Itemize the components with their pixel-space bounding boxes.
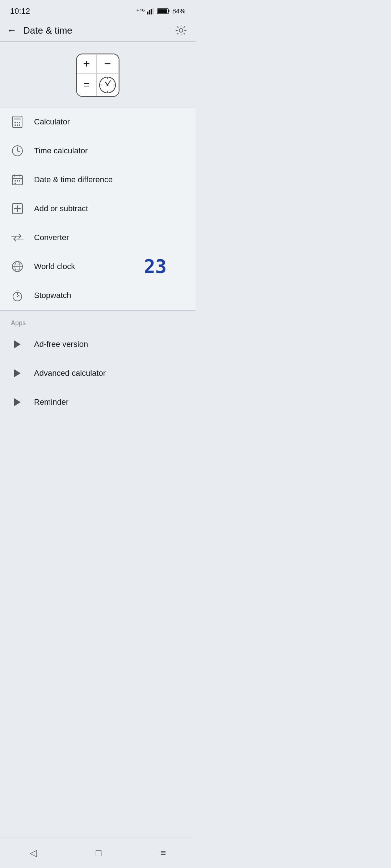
- svg-rect-2: [151, 9, 152, 14]
- stopwatch-icon: [11, 289, 24, 302]
- svg-point-50: [17, 296, 18, 297]
- menu-item-world-clock[interactable]: World clock 23: [0, 252, 196, 281]
- svg-point-35: [14, 183, 16, 184]
- menu-item-stopwatch[interactable]: Stopwatch: [0, 281, 196, 310]
- world-clock-label: World clock: [34, 262, 75, 271]
- stopwatch-label: Stopwatch: [34, 291, 71, 300]
- date-time-difference-label: Date & time difference: [34, 175, 113, 184]
- add-subtract-label: Add or subtract: [34, 204, 88, 213]
- svg-point-15: [107, 84, 109, 86]
- digit-overlay: 23: [144, 256, 167, 277]
- svg-point-33: [17, 180, 18, 182]
- menu-item-reminder[interactable]: Reminder: [0, 388, 196, 417]
- apps-section-label: Apps: [0, 311, 196, 330]
- status-bar: 10:12 ⁺⁴ᴳ 84%: [0, 0, 196, 20]
- svg-point-20: [19, 122, 20, 123]
- battery-percent: 84%: [172, 8, 185, 15]
- app-header: ← Date & time: [0, 20, 196, 41]
- svg-marker-51: [14, 340, 21, 348]
- menu-item-date-time-difference[interactable]: Date & time difference: [0, 165, 196, 194]
- add-subtract-icon: [11, 202, 24, 215]
- converter-icon: [11, 231, 24, 244]
- signal-icon: ⁺⁴ᴳ: [136, 8, 145, 15]
- svg-point-7: [179, 29, 183, 32]
- settings-button[interactable]: [175, 25, 187, 36]
- svg-rect-3: [152, 8, 154, 14]
- battery-icon: [157, 8, 170, 14]
- svg-rect-0: [147, 12, 148, 14]
- menu-container: Calculator Time calculator: [0, 107, 196, 446]
- svg-marker-53: [14, 398, 21, 406]
- calculator-icon: [11, 115, 24, 128]
- menu-item-converter[interactable]: Converter: [0, 223, 196, 252]
- time-calculator-label: Time calculator: [34, 146, 88, 156]
- ad-free-label: Ad-free version: [34, 340, 88, 349]
- status-icons: ⁺⁴ᴳ 84%: [136, 8, 185, 15]
- page-title: Date & time: [23, 25, 72, 36]
- back-button[interactable]: ←: [7, 25, 17, 35]
- app-icon-box: + − =: [76, 54, 119, 97]
- svg-point-27: [17, 150, 18, 152]
- svg-point-21: [14, 124, 16, 126]
- icon-minus: −: [96, 54, 119, 74]
- icon-equals: =: [77, 74, 96, 96]
- svg-rect-17: [14, 118, 21, 120]
- bottom-spacer: [0, 417, 196, 446]
- time-calculator-icon: [11, 144, 24, 157]
- svg-point-22: [17, 124, 18, 126]
- advanced-calc-icon: [11, 367, 24, 380]
- menu-item-calculator[interactable]: Calculator: [0, 107, 196, 136]
- converter-label: Converter: [34, 233, 69, 242]
- menu-item-ad-free[interactable]: Ad-free version: [0, 330, 196, 359]
- icon-clock: [96, 74, 119, 96]
- status-time: 10:12: [10, 7, 30, 16]
- menu-item-time-calculator[interactable]: Time calculator: [0, 136, 196, 165]
- svg-point-23: [19, 124, 20, 126]
- menu-item-advanced-calc[interactable]: Advanced calculator: [0, 359, 196, 388]
- svg-point-34: [19, 180, 20, 182]
- svg-point-18: [14, 122, 16, 123]
- signal-bars-icon: [147, 8, 155, 14]
- world-clock-icon: [11, 260, 24, 273]
- app-icon-area: + − =: [0, 42, 196, 107]
- reminder-icon: [11, 396, 24, 409]
- advanced-calc-label: Advanced calculator: [34, 369, 106, 378]
- menu-item-add-subtract[interactable]: Add or subtract: [0, 194, 196, 223]
- svg-rect-5: [168, 10, 169, 12]
- svg-marker-52: [14, 369, 21, 377]
- svg-point-19: [17, 122, 18, 123]
- calculator-label: Calculator: [34, 117, 70, 127]
- clock-svg: [98, 76, 117, 94]
- svg-rect-6: [157, 9, 167, 13]
- svg-rect-1: [149, 10, 150, 14]
- apps-section: Apps Ad-free version Advanced calculator: [0, 311, 196, 417]
- icon-plus: +: [77, 54, 96, 74]
- menu-list: Calculator Time calculator: [0, 107, 196, 310]
- svg-point-32: [14, 180, 16, 182]
- reminder-label: Reminder: [34, 397, 68, 407]
- date-time-difference-icon: [11, 173, 24, 186]
- gear-icon: [175, 25, 187, 36]
- ad-free-icon: [11, 338, 24, 351]
- header-left: ← Date & time: [7, 25, 72, 36]
